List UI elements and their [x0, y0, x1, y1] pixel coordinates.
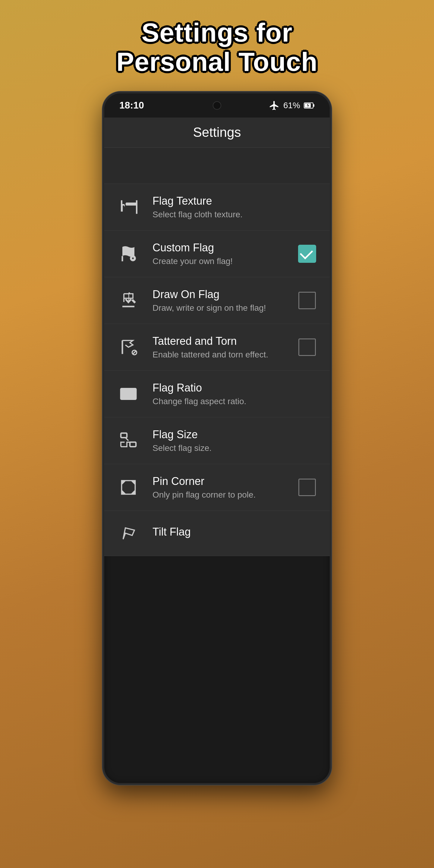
- custom-flag-title: Custom Flag: [153, 241, 297, 254]
- flag-texture-title: Flag Texture: [153, 195, 318, 207]
- pin-corner-subtitle: Only pin flag corner to pole.: [153, 490, 297, 500]
- settings-item-tilt-flag[interactable]: Tilt Flag: [104, 511, 330, 556]
- settings-item-flag-ratio[interactable]: Flag Ratio Change flag aspect ratio.: [104, 371, 330, 417]
- flag-texture-icon: [116, 195, 141, 219]
- plane-mode-icon: [269, 100, 280, 111]
- settings-item-flag-texture[interactable]: Flag Texture Select flag cloth texture.: [104, 184, 330, 230]
- settings-item-pin-corner[interactable]: Pin Corner Only pin flag corner to pole.: [104, 464, 330, 511]
- camera-notch: [213, 101, 221, 110]
- flag-ratio-content: Flag Ratio Change flag aspect ratio.: [153, 381, 318, 406]
- pin-corner-icon: [116, 475, 141, 499]
- page-title: Settings for Personal Touch: [116, 18, 318, 76]
- flag-ratio-subtitle: Change flag aspect ratio.: [153, 397, 318, 406]
- flag-texture-subtitle: Select flag cloth texture.: [153, 210, 318, 219]
- tilt-flag-content: Tilt Flag: [153, 526, 318, 541]
- pin-corner-title: Pin Corner: [153, 475, 297, 488]
- svg-rect-8: [130, 442, 136, 447]
- empty-section: [104, 148, 330, 184]
- flag-size-title: Flag Size: [153, 428, 318, 441]
- phone-frame: 18:10 61% Settings: [102, 92, 332, 785]
- app-bar-title: Settings: [193, 125, 241, 140]
- flag-size-subtitle: Select flag size.: [153, 443, 318, 453]
- custom-flag-content: Custom Flag Create your own flag!: [153, 241, 297, 266]
- tattered-flag-icon: [116, 335, 141, 359]
- draw-flag-content: Draw On Flag Draw, write or sign on the …: [153, 288, 297, 313]
- tattered-checkbox[interactable]: [299, 338, 316, 356]
- tattered-subtitle: Enable tattered and torn effect.: [153, 350, 297, 360]
- battery-icon: [304, 102, 315, 109]
- flag-ratio-title: Flag Ratio: [153, 381, 318, 394]
- tattered-control[interactable]: [297, 337, 318, 358]
- settings-item-custom-flag[interactable]: Custom Flag Create your own flag!: [104, 230, 330, 277]
- svg-rect-1: [313, 104, 314, 107]
- custom-flag-control[interactable]: [297, 243, 318, 264]
- flag-ratio-icon: [116, 382, 141, 406]
- status-time: 18:10: [119, 100, 144, 111]
- draw-flag-control[interactable]: [297, 290, 318, 311]
- draw-flag-checkbox[interactable]: [299, 292, 316, 309]
- settings-item-draw-on-flag[interactable]: Draw On Flag Draw, write or sign on the …: [104, 277, 330, 324]
- pin-corner-control[interactable]: [297, 477, 318, 498]
- tilt-flag-title: Tilt Flag: [153, 526, 318, 538]
- custom-flag-icon: [116, 242, 141, 266]
- pin-corner-content: Pin Corner Only pin flag corner to pole.: [153, 475, 297, 500]
- app-bar: Settings: [104, 118, 330, 148]
- flag-texture-content: Flag Texture Select flag cloth texture.: [153, 195, 318, 219]
- battery-percent: 61%: [283, 101, 300, 110]
- custom-flag-subtitle: Create your own flag!: [153, 256, 297, 266]
- status-bar: 18:10 61%: [104, 93, 330, 118]
- custom-flag-checkbox[interactable]: [298, 245, 316, 263]
- svg-rect-6: [121, 389, 136, 399]
- flag-size-icon: [116, 429, 141, 453]
- settings-item-tattered[interactable]: Tattered and Torn Enable tattered and to…: [104, 324, 330, 371]
- tilt-flag-icon: [116, 521, 141, 545]
- settings-list: Flag Texture Select flag cloth texture. …: [104, 184, 330, 556]
- tattered-title: Tattered and Torn: [153, 335, 297, 347]
- flag-size-content: Flag Size Select flag size.: [153, 428, 318, 453]
- tattered-content: Tattered and Torn Enable tattered and to…: [153, 335, 297, 360]
- draw-flag-icon: [116, 288, 141, 313]
- settings-item-flag-size[interactable]: Flag Size Select flag size.: [104, 417, 330, 464]
- draw-flag-subtitle: Draw, write or sign on the flag!: [153, 303, 297, 313]
- status-bar-right: 61%: [269, 100, 315, 111]
- svg-rect-7: [121, 433, 127, 438]
- draw-flag-title: Draw On Flag: [153, 288, 297, 301]
- pin-corner-checkbox[interactable]: [299, 478, 316, 496]
